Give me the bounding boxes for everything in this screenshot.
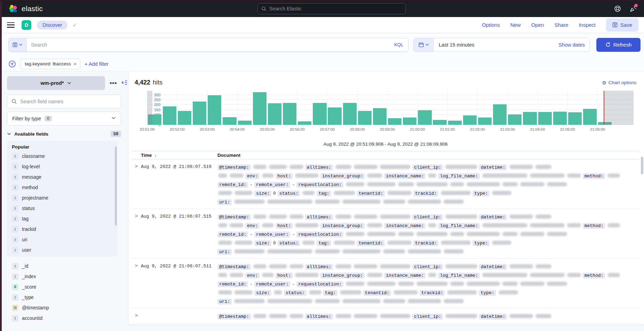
global-search-input[interactable] bbox=[269, 6, 402, 11]
space-avatar[interactable]: D bbox=[22, 20, 31, 30]
histogram-bar[interactable] bbox=[493, 104, 507, 125]
histogram-bar[interactable] bbox=[238, 121, 252, 125]
inspect-button[interactable]: Inspect bbox=[579, 22, 595, 28]
histogram-bar[interactable] bbox=[433, 120, 446, 125]
expand-row-button[interactable]: > bbox=[132, 312, 141, 320]
histogram-bar[interactable] bbox=[163, 106, 176, 125]
field-item[interactable]: t_type bbox=[12, 292, 128, 302]
filter-pill[interactable]: tag.keyword: lbaccess × bbox=[20, 59, 80, 69]
save-button[interactable]: Save bbox=[606, 18, 638, 32]
share-button[interactable]: Share bbox=[554, 22, 568, 28]
histogram-bar[interactable] bbox=[448, 121, 462, 125]
doc-line: @timestamp:alltimes:client_ip:datetime: bbox=[217, 212, 634, 221]
doc-line: uri: bbox=[217, 297, 634, 305]
open-button[interactable]: Open bbox=[531, 22, 544, 28]
histogram-bar[interactable] bbox=[178, 111, 191, 125]
time-column-header[interactable]: Time ↓ bbox=[141, 153, 217, 158]
show-dates-button[interactable]: Show dates bbox=[558, 42, 590, 48]
index-pattern-selector[interactable]: wm-prod* bbox=[7, 76, 105, 90]
redacted-value bbox=[253, 264, 267, 268]
histogram-bar[interactable] bbox=[298, 121, 311, 125]
histogram-bar[interactable] bbox=[388, 118, 401, 125]
redacted-value bbox=[302, 191, 315, 195]
histogram-bar[interactable] bbox=[313, 103, 326, 125]
redacted-value bbox=[354, 215, 377, 219]
table-row: >Aug 9, 2022 @ 21:06:07.515@timestamp:al… bbox=[132, 209, 639, 259]
filter-menu-icon[interactable] bbox=[8, 60, 16, 68]
field-item[interactable]: tmessage bbox=[12, 172, 118, 182]
field-item[interactable]: tstatus bbox=[12, 203, 118, 213]
redacted-value bbox=[398, 232, 414, 236]
expand-row-button[interactable]: > bbox=[132, 262, 141, 305]
histogram-bar[interactable] bbox=[193, 102, 206, 125]
field-item[interactable]: tuser bbox=[12, 245, 118, 255]
histogram-bar[interactable] bbox=[328, 107, 341, 125]
collapse-sidebar-icon[interactable] bbox=[121, 80, 127, 87]
histogram-bar[interactable] bbox=[283, 103, 296, 125]
histogram-bar[interactable] bbox=[358, 111, 372, 125]
histogram-bar[interactable] bbox=[478, 118, 492, 125]
field-item[interactable]: ⊞@timestamp bbox=[12, 302, 128, 313]
histogram-bar[interactable] bbox=[208, 95, 221, 125]
field-item[interactable]: tlog-level bbox=[12, 161, 118, 172]
expand-row-button[interactable]: > bbox=[132, 212, 141, 256]
sort-desc-icon[interactable]: ↓ bbox=[154, 153, 157, 158]
histogram-bar[interactable] bbox=[268, 103, 281, 125]
available-fields-header[interactable]: Available fields 59 bbox=[7, 131, 121, 137]
field-item[interactable]: t_id bbox=[12, 261, 128, 271]
sidebar-scrollbar[interactable] bbox=[115, 146, 117, 226]
time-range-value[interactable]: Last 15 minutes bbox=[434, 42, 558, 48]
redacted-value bbox=[450, 182, 464, 186]
expand-row-button[interactable]: > bbox=[132, 162, 141, 206]
field-item[interactable]: turi bbox=[12, 234, 118, 245]
field-search-input[interactable] bbox=[20, 99, 117, 104]
histogram-bar[interactable] bbox=[508, 114, 522, 125]
histogram-bar[interactable] bbox=[343, 103, 357, 125]
field-item[interactable]: taccountid bbox=[12, 313, 128, 323]
refresh-button[interactable]: Refresh bbox=[596, 38, 641, 52]
histogram-bar[interactable] bbox=[583, 109, 597, 125]
query-language-button[interactable]: KQL bbox=[389, 42, 408, 47]
field-item[interactable]: #_score bbox=[12, 282, 128, 292]
histogram-bar[interactable] bbox=[538, 112, 552, 125]
menu-icon[interactable] bbox=[7, 22, 15, 28]
new-button[interactable]: New bbox=[510, 22, 521, 28]
newsfeed-icon[interactable] bbox=[629, 5, 636, 12]
field-item[interactable]: tprojectname bbox=[12, 193, 118, 203]
options-button[interactable]: Options bbox=[482, 22, 500, 28]
field-name: _index bbox=[22, 274, 36, 279]
histogram-bar[interactable] bbox=[223, 117, 236, 125]
field-item[interactable]: t_index bbox=[12, 271, 128, 282]
filter-by-type-dropdown[interactable]: Filter by type 0 bbox=[7, 112, 121, 126]
date-quick-menu-button[interactable] bbox=[414, 38, 434, 51]
remove-filter-icon[interactable]: × bbox=[74, 61, 77, 67]
field-item[interactable]: ttag bbox=[12, 213, 118, 224]
redacted-value bbox=[492, 241, 511, 245]
query-input[interactable] bbox=[27, 42, 389, 48]
field-item[interactable]: tmethod bbox=[12, 182, 118, 193]
doc-field-label: instance_group: bbox=[320, 173, 365, 179]
add-filter-button[interactable]: + Add filter bbox=[85, 61, 109, 67]
redacted-value bbox=[482, 223, 527, 227]
redacted-value bbox=[289, 264, 303, 268]
field-item[interactable]: ttrackid bbox=[12, 224, 118, 234]
x-axis-label: 20:59:00 bbox=[380, 127, 395, 131]
global-search[interactable] bbox=[257, 3, 406, 14]
histogram-bar[interactable] bbox=[523, 112, 536, 125]
chart-options-button[interactable]: ⚙ Chart options bbox=[602, 80, 636, 86]
field-settings-icon[interactable] bbox=[110, 82, 117, 84]
help-icon[interactable] bbox=[614, 5, 621, 12]
histogram-bar[interactable] bbox=[373, 108, 387, 125]
histogram-bar[interactable] bbox=[403, 118, 416, 125]
elastic-logo[interactable]: elastic bbox=[8, 4, 43, 14]
breadcrumb[interactable]: Discover bbox=[37, 21, 67, 30]
histogram-bar[interactable] bbox=[568, 112, 582, 125]
redacted-value bbox=[342, 299, 381, 303]
main-scrollbar[interactable] bbox=[641, 157, 643, 174]
saved-query-menu-button[interactable] bbox=[9, 38, 27, 51]
field-item[interactable]: tclassname bbox=[12, 151, 118, 161]
histogram-bar[interactable] bbox=[253, 92, 267, 125]
histogram-bar[interactable] bbox=[553, 112, 567, 125]
histogram-bar[interactable] bbox=[463, 115, 477, 125]
histogram-bar[interactable] bbox=[418, 110, 431, 125]
